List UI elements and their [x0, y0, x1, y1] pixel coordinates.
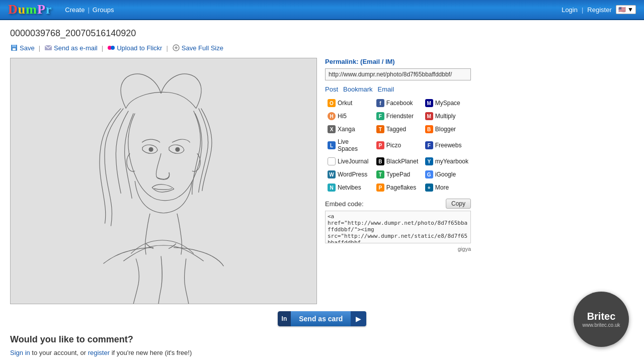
livespaces-icon: L [328, 141, 336, 149]
sep3: | [166, 44, 168, 52]
image-container [10, 58, 317, 304]
share-item-piczo[interactable]: PPiczo [374, 136, 422, 154]
share-item-livejournal[interactable]: LLiveJournal [325, 155, 373, 167]
xanga-icon: X [328, 125, 336, 133]
share-tabs: Post Bookmark Email [325, 85, 471, 93]
svg-point-5 [111, 46, 115, 50]
blackplanet-icon: B [376, 157, 384, 165]
netvibes-icon: N [328, 184, 336, 192]
netvibes-label: Netvibes [338, 184, 361, 191]
wordpress-icon: W [328, 170, 336, 178]
facebook-label: Facebook [386, 100, 413, 107]
login-link[interactable]: Login [561, 6, 578, 14]
upload-flickr-link[interactable]: Upload to Flickr [107, 44, 162, 52]
gigya-credit: gigya [325, 246, 471, 252]
typepad-label: TypePad [386, 171, 410, 178]
britec-watermark: Britec www.britec.co.uk [574, 292, 629, 347]
share-item-facebook[interactable]: fFacebook [374, 97, 422, 109]
tab-email[interactable]: Email [378, 85, 394, 93]
email-icon [44, 44, 52, 52]
embed-label-row: Embed code: Copy [325, 199, 471, 209]
orkut-label: Orkut [338, 100, 352, 107]
save-icon [10, 44, 18, 52]
signin-link[interactable]: Sign in [10, 349, 30, 356]
save-full-link[interactable]: Save Full Size [172, 44, 223, 52]
sep1: | [39, 44, 40, 52]
wordpress-label: WordPress [338, 171, 367, 178]
groups-link[interactable]: Groups [90, 6, 117, 14]
comment-after: if you're new here (it's free!) [110, 349, 192, 356]
create-link[interactable]: Create [62, 6, 88, 14]
share-item-more[interactable]: +More [423, 182, 471, 194]
share-item-hi5[interactable]: HHi5 [325, 110, 373, 122]
copy-button[interactable]: Copy [446, 199, 471, 209]
share-item-pageflakes[interactable]: PPageflakes [374, 182, 422, 194]
livejournal-label: LiveJournal [338, 158, 368, 165]
sep2: | [102, 44, 103, 52]
more-icon: + [425, 184, 433, 192]
send-card-button[interactable]: Send as card [291, 311, 351, 326]
share-item-igoogle[interactable]: GiGoogle [423, 168, 471, 180]
share-item-xanga[interactable]: XXanga [325, 123, 373, 135]
share-item-wordpress[interactable]: WWordPress [325, 168, 373, 180]
share-item-multiply[interactable]: MMultiply [423, 110, 471, 122]
share-item-tagged[interactable]: TTagged [374, 123, 422, 135]
language-selector[interactable]: 🇺🇸 ▼ [616, 5, 636, 14]
main-content: 0000039768_20070516140920 Save | Send as… [0, 20, 644, 362]
piczo-label: Piczo [386, 142, 401, 149]
send-card-wrapper: In Send as card ▶ [278, 311, 367, 326]
facebook-icon: f [376, 99, 384, 107]
header: DumPr Create | Groups Login | Register 🇺… [0, 0, 644, 20]
share-item-blackplanet[interactable]: BBlackPlanet [374, 155, 422, 167]
content-layout: Permalink: (Email / IM) Post Bookmark Em… [10, 58, 634, 304]
tab-post[interactable]: Post [325, 85, 338, 93]
register-link[interactable]: Register [587, 6, 611, 14]
multiply-label: Multiply [435, 113, 456, 120]
embed-section: Embed code: Copy <a href="http://www.dum… [325, 199, 471, 252]
share-item-livespaces[interactable]: LLive Spaces [325, 136, 373, 154]
pageflakes-label: Pageflakes [386, 184, 416, 191]
orkut-icon: O [328, 99, 336, 107]
multiply-icon: M [425, 112, 433, 120]
send-card-arrow-button[interactable]: ▶ [351, 311, 366, 326]
share-item-netvibes[interactable]: NNetvibes [325, 182, 373, 194]
myyearbook-label: myYearbook [435, 158, 468, 165]
svg-rect-1 [12, 45, 16, 47]
tab-bookmark[interactable]: Bookmark [343, 85, 373, 93]
flickr-icon [107, 44, 115, 52]
freewebs-icon: F [425, 141, 433, 149]
embed-textarea[interactable]: <a href="http://www.dumpr.net/photo/8d7f… [325, 211, 471, 243]
permalink-label[interactable]: Permalink: (Email / IM) [325, 58, 471, 65]
friendster-icon: F [376, 112, 384, 120]
share-item-myspace[interactable]: MMySpace [423, 97, 471, 109]
share-item-orkut[interactable]: OOrkut [325, 97, 373, 109]
livespaces-label: Live Spaces [338, 138, 370, 152]
share-item-freewebs[interactable]: FFreewebs [423, 136, 471, 154]
register-link2[interactable]: register [88, 349, 110, 356]
comment-middle: to your account, or [30, 349, 88, 356]
tagged-icon: T [376, 125, 384, 133]
share-item-typepad[interactable]: TTypePad [374, 168, 422, 180]
header-right: Login | Register 🇺🇸 ▼ [561, 5, 636, 14]
send-email-link[interactable]: Send as e-mail [44, 44, 98, 52]
action-bar: Save | Send as e-mail | Upload to Flickr… [10, 44, 634, 52]
header-nav: Create | Groups [62, 6, 117, 14]
blogger-label: Blogger [435, 126, 456, 133]
permalink-input[interactable] [325, 68, 471, 80]
save-link[interactable]: Save [10, 44, 35, 52]
blackplanet-label: BlackPlanet [386, 158, 418, 165]
share-item-myyearbook[interactable]: YmyYearbook [423, 155, 471, 167]
tagged-label: Tagged [386, 126, 406, 133]
auth-sep: | [582, 6, 583, 14]
livejournal-icon: L [328, 157, 336, 165]
more-label: More [435, 184, 449, 191]
comment-heading: Would you like to comment? [10, 334, 634, 345]
typepad-icon: T [376, 170, 384, 178]
myyearbook-icon: Y [425, 157, 433, 165]
hi5-label: Hi5 [338, 113, 347, 120]
share-item-friendster[interactable]: FFriendster [374, 110, 422, 122]
send-card-prefix[interactable]: In [278, 311, 291, 326]
share-item-blogger[interactable]: BBlogger [423, 123, 471, 135]
britec-url: www.britec.co.uk [582, 322, 620, 328]
pageflakes-icon: P [376, 184, 384, 192]
